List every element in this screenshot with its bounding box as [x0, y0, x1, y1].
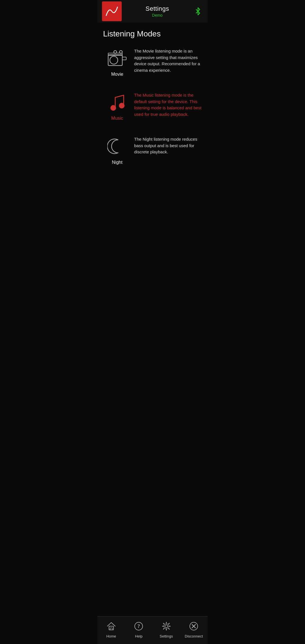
bluetooth-icon[interactable]: [193, 6, 203, 16]
night-mode-label: Night: [112, 160, 122, 165]
night-mode-icon-container: Night: [103, 135, 131, 165]
mode-item-night[interactable]: Night The Night listening mode reduces b…: [103, 135, 202, 165]
movie-mode-label: Movie: [111, 72, 123, 77]
moon-icon: [106, 135, 128, 158]
music-mode-description: The Music listening mode is the default …: [131, 91, 202, 118]
header-subtitle: Demo: [122, 13, 193, 18]
movie-mode-description: The Movie listening mode is an aggressiv…: [131, 47, 202, 73]
music-note-icon: [106, 91, 128, 114]
movie-camera-icon: [106, 47, 128, 69]
app-header: Settings Demo: [97, 0, 208, 23]
page-title: Settings: [122, 5, 193, 12]
movie-mode-icon-container: Movie: [103, 47, 131, 77]
music-mode-icon-container: Music: [103, 91, 131, 121]
app-logo: [102, 1, 122, 21]
svg-rect-5: [122, 57, 126, 60]
section-title: Listening Modes: [103, 29, 202, 38]
header-center: Settings Demo: [122, 5, 193, 18]
night-mode-description: The Night listening mode reduces bass ou…: [131, 135, 202, 155]
svg-point-4: [110, 56, 118, 64]
music-mode-label: Music: [111, 116, 123, 121]
svg-point-6: [110, 105, 116, 111]
mode-item-movie[interactable]: Movie The Movie listening mode is an agg…: [103, 47, 202, 77]
svg-point-7: [119, 103, 125, 108]
main-content: Listening Modes Movie: [97, 23, 208, 232]
mode-item-music[interactable]: Music The Music listening mode is the de…: [103, 91, 202, 121]
